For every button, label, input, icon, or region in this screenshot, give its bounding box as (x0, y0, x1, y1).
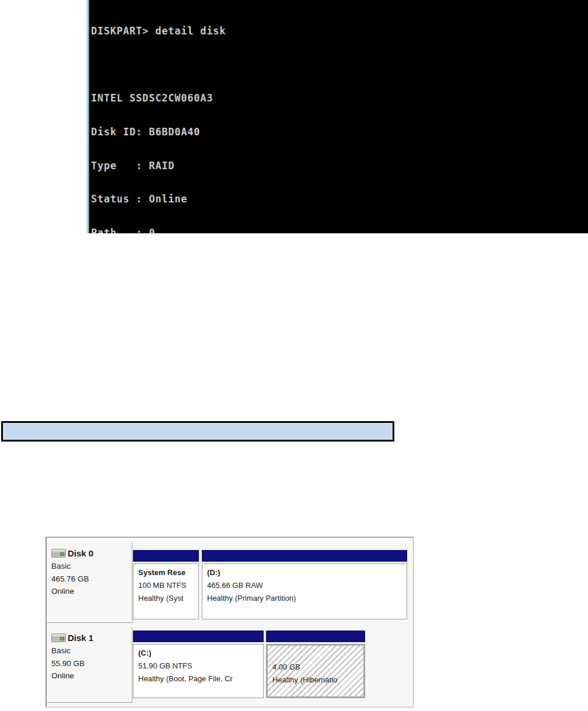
terminal-line (91, 60, 588, 71)
disk-kind: Basic (51, 645, 128, 657)
partition-health: Healthy (Hibernatio (272, 674, 363, 687)
partition-health: Healthy (Boot, Page File, Cr (138, 673, 263, 685)
terminal-line: INTEL SSDSC2CW060A3 (91, 93, 588, 104)
disk-kind: Basic (51, 560, 128, 573)
disk-status: Online (51, 670, 128, 682)
partition-label (272, 648, 363, 661)
console-window-edge (86, 0, 89, 233)
panel-border-right (413, 537, 414, 708)
partition-size: 465.66 GB RAW (207, 579, 407, 592)
panel-border-bottom (46, 707, 414, 708)
disk0-partition2-header (202, 550, 407, 562)
terminal-line: DISKPART> detail disk (91, 26, 588, 37)
terminal-line: Type : RAID (91, 161, 588, 171)
disk-icon (51, 633, 66, 642)
panel-border-top (46, 537, 414, 538)
disk0-partition1[interactable]: System Rese 100 MB NTFS Healthy (Syst (133, 563, 199, 619)
partition-health: Healthy (Primary Partition) (207, 592, 407, 605)
highlighted-text-box[interactable] (1, 421, 394, 442)
partition-size: 100 MB NTFS (138, 579, 198, 592)
partition-size: 51.90 GB NTFS (138, 660, 263, 673)
disk-status: Online (51, 585, 128, 598)
disk-name: Disk 1 (68, 633, 93, 643)
disk0-partition2[interactable]: (D:) 465.66 GB RAW Healthy (Primary Part… (202, 563, 407, 619)
disk-management-panel: Disk 0 Basic 465.76 GB Online System Res… (46, 537, 414, 708)
disk0-info-cell[interactable]: Disk 0 Basic 465.76 GB Online (47, 542, 132, 623)
partition-label: System Rese (138, 566, 198, 579)
partition-label: (C:) (138, 647, 263, 660)
disk1-partition2-header (266, 631, 365, 642)
disk0-partition1-header (133, 550, 199, 562)
disk1-partition1[interactable]: (C:) 51.90 GB NTFS Healthy (Boot, Page F… (133, 644, 264, 698)
partition-size: 4.00 GB (272, 661, 363, 674)
console-output: DISKPART> detail disk INTEL SSDSC2CW060A… (91, 3, 588, 233)
disk1-partition2[interactable]: 4.00 GB Healthy (Hibernatio (266, 644, 365, 698)
disk1-info-cell[interactable]: Disk 1 Basic 55.90 GB Online (47, 627, 132, 703)
partition-label: (D:) (207, 566, 407, 579)
disk-size: 55.90 GB (51, 657, 128, 670)
partition-health: Healthy (Syst (138, 592, 198, 605)
page: DISKPART> detail disk INTEL SSDSC2CW060A… (0, 0, 588, 711)
terminal-line: Disk ID: B6BD0A40 (91, 127, 588, 138)
disk-name: Disk 0 (68, 548, 93, 558)
terminal-line: Status : Online (91, 194, 588, 205)
disk-icon (51, 549, 66, 558)
diskpart-console-window[interactable]: DISKPART> detail disk INTEL SSDSC2CW060A… (86, 0, 588, 233)
disk-size: 465.76 GB (51, 573, 128, 586)
terminal-line: Path : 0 (91, 228, 588, 233)
disk1-partition1-header (133, 631, 264, 642)
